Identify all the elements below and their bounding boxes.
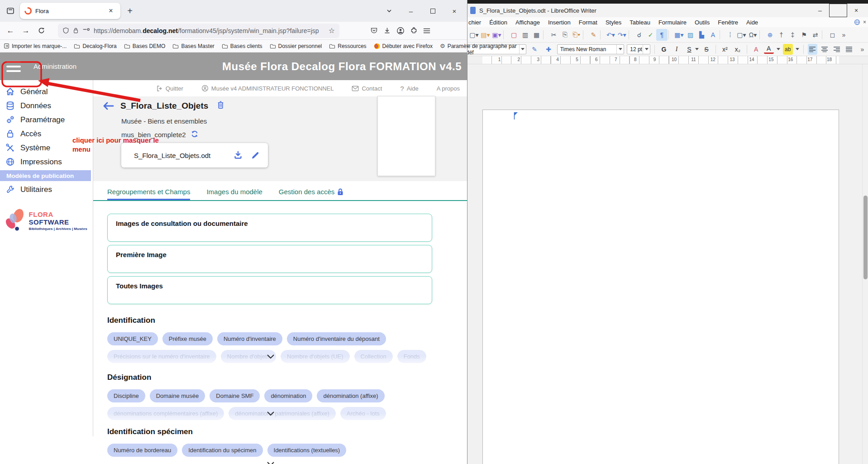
superscript-button[interactable]: x² [720, 44, 730, 55]
table-icon[interactable]: ▦▾ [673, 29, 685, 41]
font-name-combo[interactable]: Times New Roman [557, 44, 625, 54]
formatting-marks-icon[interactable]: ¶ [656, 29, 668, 41]
field-chip[interactable]: UNIQUE_KEY [107, 332, 158, 345]
bookmark-star-icon[interactable]: ☆ [329, 26, 335, 35]
tab-close-icon[interactable]: × [106, 6, 116, 16]
document-page[interactable] [482, 110, 839, 464]
field-chip-disabled[interactable]: Collection [354, 350, 393, 363]
field-chip[interactable]: Numéro de bordereau [107, 444, 177, 457]
separator-icon[interactable] [583, 30, 587, 39]
list-tabs-icon[interactable] [380, 3, 398, 19]
comment-icon[interactable]: ◻ [827, 29, 838, 41]
paste-icon[interactable]: ⎗▾ [571, 29, 582, 41]
separator-icon[interactable] [759, 30, 763, 39]
field-chip-disabled[interactable]: dénominations complémentaires (affixe) [107, 407, 224, 420]
menu-item[interactable]: Édition [489, 19, 507, 26]
menu-item[interactable]: Fenêtre [718, 19, 738, 26]
sidebar-item-utilitaires[interactable]: Utilitaires [0, 182, 93, 196]
firefox-view-icon[interactable] [4, 4, 17, 18]
save-icon[interactable]: ▣▾ [491, 29, 502, 41]
image-group-box[interactable]: Images de consultation ou documentaire [107, 214, 432, 242]
menu-item[interactable]: Outils [695, 19, 710, 26]
bookmark-folder[interactable]: Decalog-Flora [74, 43, 116, 49]
quit-button[interactable]: Quitter [156, 85, 183, 92]
menu-item[interactable]: Styles [606, 19, 621, 26]
back-icon[interactable]: ← [4, 24, 17, 38]
field-chip[interactable]: Préfixe musée [162, 332, 213, 345]
separator-icon[interactable] [600, 30, 604, 39]
pocket-icon[interactable] [370, 27, 378, 34]
shield-icon[interactable] [62, 27, 69, 34]
field-chip[interactable]: dénomination [264, 389, 312, 402]
print-icon[interactable]: ▥ [520, 29, 531, 41]
menu-item[interactable]: chier [468, 19, 481, 26]
writer-document-area[interactable] [467, 64, 862, 464]
page-break-icon[interactable]: ⁞ [725, 29, 736, 41]
copy-icon[interactable]: ⎘ [559, 29, 571, 41]
download-icon[interactable] [233, 150, 243, 160]
separator-icon[interactable] [720, 30, 724, 39]
field-chip[interactable]: Discipline [107, 389, 145, 402]
about-button[interactable]: A propos [437, 85, 460, 92]
redo-icon[interactable]: ↷▾ [616, 29, 628, 41]
contact-button[interactable]: Contact [352, 85, 382, 92]
field-chip[interactable]: Numéro d'inventaire [217, 332, 282, 345]
separator-icon[interactable] [629, 30, 633, 39]
menu-item[interactable]: Insertion [548, 19, 571, 26]
separator-icon[interactable] [668, 30, 672, 39]
field-chip[interactable]: Numéro d'inventaire du déposant [287, 332, 386, 345]
clear-formatting-button[interactable]: A [751, 44, 761, 55]
chart-icon[interactable]: ▙ [696, 29, 707, 41]
bookmark-folder[interactable]: Bases clients [222, 43, 262, 49]
field-chip-disabled[interactable]: Précisions sur le numéro d'inventaire [107, 350, 216, 363]
field-chip[interactable]: Identifications (textuelles) [267, 444, 347, 457]
insert-field-icon[interactable]: ▢▾ [736, 29, 747, 41]
tab-gestion-acces[interactable]: Gestion des accès [279, 188, 343, 200]
edit-pencil-icon[interactable] [250, 151, 260, 160]
scrollbar-thumb[interactable] [863, 196, 868, 279]
new-tab-button[interactable]: + [125, 6, 135, 16]
reload-icon[interactable] [34, 24, 48, 38]
align-justify-button[interactable] [844, 44, 854, 55]
subscript-button[interactable]: x₂ [733, 44, 743, 55]
underline-button[interactable]: S [684, 44, 694, 55]
sidebar-item-impressions[interactable]: Impressions [0, 155, 93, 169]
sidebar-item-general[interactable]: Général [0, 85, 93, 99]
strikethrough-button[interactable]: S [701, 44, 711, 55]
menu-item[interactable]: Format [579, 19, 597, 26]
hamburger-menu-icon[interactable] [6, 61, 21, 72]
export-pdf-icon[interactable]: ▢ [508, 29, 520, 41]
url-bar[interactable]: https://demobam.decalog.net/formationv45… [58, 24, 339, 38]
underline-dropdown-icon[interactable] [695, 48, 699, 50]
image-group-box[interactable]: Première Image [107, 245, 432, 273]
help-button[interactable]: ? Aide [400, 85, 418, 92]
bookmark-folder[interactable]: Bases DEMO [124, 43, 166, 49]
hyperlink-icon[interactable]: ⊕ [764, 29, 776, 41]
language-globe-icon[interactable] [854, 19, 860, 25]
menu-icon[interactable] [423, 28, 430, 34]
field-chip-disabled[interactable]: Nombre d'objets (UE) [281, 350, 350, 363]
writer-close-icon[interactable]: × [847, 4, 865, 17]
font-color-dropdown-icon[interactable] [777, 48, 780, 50]
align-right-button[interactable] [832, 44, 842, 55]
field-chip[interactable]: dénomination (affixe) [317, 389, 384, 402]
account-icon[interactable] [396, 27, 405, 35]
bookmark-folder[interactable]: Bases Master [172, 43, 214, 49]
writer-maximize-icon[interactable] [829, 4, 847, 17]
bookmark-folder[interactable]: Dossier personnel [270, 43, 322, 49]
formatting-overflow-icon[interactable]: » [857, 43, 868, 55]
print-preview-icon[interactable]: ▦ [531, 29, 542, 41]
undo-icon[interactable]: ↶▾ [605, 29, 616, 41]
clone-formatting-icon[interactable]: ✎ [588, 29, 599, 41]
tab-images-modele[interactable]: Images du modèle [206, 188, 262, 200]
footnote-icon[interactable]: † [776, 29, 787, 41]
close-icon[interactable]: × [445, 3, 463, 19]
back-arrow-icon[interactable] [102, 101, 114, 113]
field-chip[interactable]: Identification du spécimen [182, 444, 262, 457]
field-chip-disabled[interactable]: Fonds [397, 350, 426, 363]
cut-icon[interactable]: ✂ [548, 29, 559, 41]
update-style-icon[interactable]: ✎ [529, 43, 540, 55]
sidebar-item-modeles-publication[interactable]: Modèles de publication [0, 170, 91, 181]
find-replace-icon[interactable]: ☌ [634, 29, 645, 41]
image-icon[interactable]: ▨ [685, 29, 696, 41]
